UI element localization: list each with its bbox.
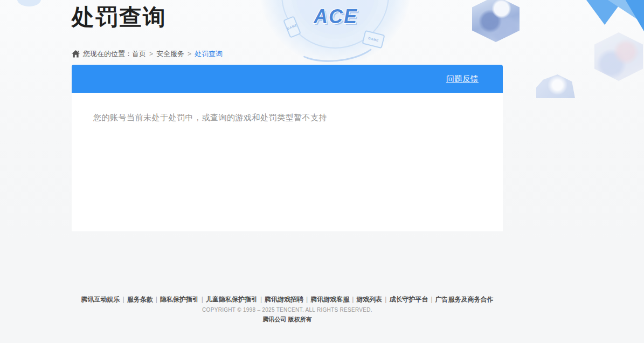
footer-links: 腾讯互动娱乐|服务条款|隐私保护指引|儿童隐私保护指引|腾讯游戏招聘|腾讯游戏客… bbox=[72, 295, 503, 304]
footer-link-privacy[interactable]: 隐私保护指引 bbox=[160, 296, 199, 303]
monitor-game-label: GAME bbox=[368, 37, 379, 43]
footer-link-tencent-games[interactable]: 腾讯互动娱乐 bbox=[81, 296, 120, 303]
page-background: GAME GAME ACE 处罚查询 您现在的位置： 首页 > 安全服务 > 处… bbox=[0, 0, 644, 343]
footer-link-ads-business[interactable]: 广告服务及商务合作 bbox=[435, 296, 494, 303]
footer-separator: | bbox=[431, 296, 432, 303]
result-panel: 您的账号当前未处于处罚中，或查询的游戏和处罚类型暂不支持 bbox=[72, 93, 503, 231]
footer-separator: | bbox=[123, 296, 124, 303]
phone-game-label: GAME bbox=[287, 23, 298, 30]
decor-ring-inner bbox=[296, 0, 375, 35]
result-header-banner: 问题反馈 bbox=[72, 65, 503, 93]
footer-separator: | bbox=[202, 296, 203, 303]
footer-link-recruitment[interactable]: 腾讯游戏招聘 bbox=[265, 296, 303, 303]
footer-link-terms[interactable]: 服务条款 bbox=[127, 296, 153, 303]
breadcrumb-prefix: 您现在的位置： bbox=[83, 49, 132, 59]
decor-circle bbox=[17, 0, 41, 6]
breadcrumb-current: 处罚查询 bbox=[195, 49, 223, 59]
copyright-text: COPYRIGHT © 1998 – 2025 TENCENT. ALL RIG… bbox=[72, 307, 503, 313]
footer: 腾讯互动娱乐|服务条款|隐私保护指引|儿童隐私保护指引|腾讯游戏招聘|腾讯游戏客… bbox=[72, 295, 503, 324]
decor-orbit-arc bbox=[292, 18, 381, 66]
phone-game-icon: GAME bbox=[283, 16, 301, 38]
monitor-game-icon: GAME bbox=[362, 30, 385, 49]
footer-separator: | bbox=[260, 296, 262, 303]
game-character-small bbox=[536, 74, 575, 98]
decor-ring-outer bbox=[281, 0, 389, 49]
decor-halo bbox=[260, 0, 411, 65]
company-text: 腾讯公司 版权所有 bbox=[72, 315, 503, 324]
feedback-link[interactable]: 问题反馈 bbox=[446, 74, 479, 84]
breadcrumb-separator: > bbox=[188, 50, 191, 58]
footer-separator: | bbox=[156, 296, 157, 303]
breadcrumb-link-security-service[interactable]: 安全服务 bbox=[156, 49, 184, 59]
breadcrumb-separator: > bbox=[149, 50, 153, 58]
ace-logo: ACE bbox=[301, 5, 371, 28]
footer-link-children-privacy[interactable]: 儿童隐私保护指引 bbox=[206, 296, 258, 303]
breadcrumb: 您现在的位置： 首页 > 安全服务 > 处罚查询 bbox=[72, 49, 223, 59]
page-title: 处罚查询 bbox=[72, 2, 167, 32]
footer-separator: | bbox=[385, 296, 386, 303]
footer-link-growth-guard[interactable]: 成长守护平台 bbox=[389, 296, 428, 303]
result-message: 您的账号当前未处于处罚中，或查询的游戏和处罚类型暂不支持 bbox=[93, 113, 327, 123]
home-icon bbox=[72, 50, 80, 58]
footer-link-customer-service[interactable]: 腾讯游戏客服 bbox=[310, 296, 349, 303]
breadcrumb-link-home[interactable]: 首页 bbox=[132, 49, 146, 59]
footer-separator: | bbox=[352, 296, 354, 303]
footer-separator: | bbox=[306, 296, 308, 303]
game-character-hexagon-1 bbox=[472, 0, 520, 42]
game-character-hexagon-2 bbox=[594, 32, 643, 81]
footer-link-game-list[interactable]: 游戏列表 bbox=[356, 296, 382, 303]
